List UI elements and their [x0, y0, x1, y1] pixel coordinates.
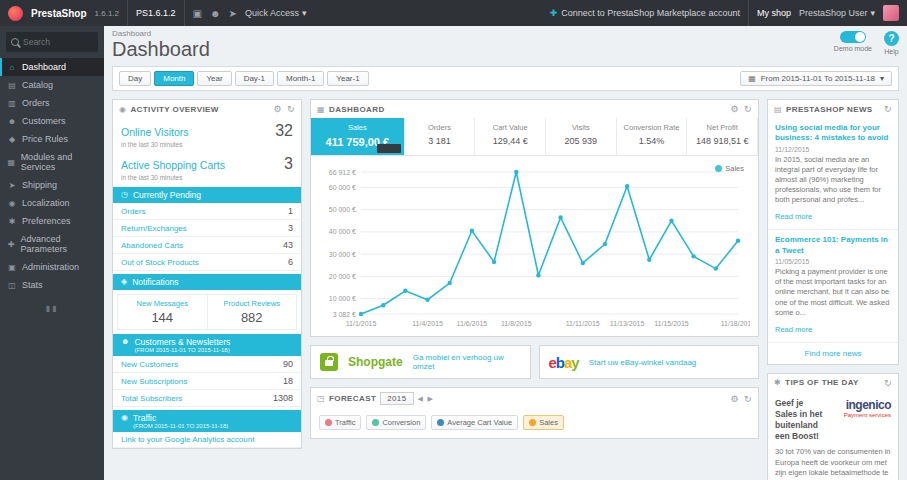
metric-tab-visits[interactable]: Visits 205 939 — [546, 118, 617, 155]
sales-tab-dark-badge — [377, 144, 401, 153]
online-visitors-link[interactable]: Online Visitors — [121, 126, 189, 138]
news-title-link[interactable]: Ecommerce 101: Payments in a Tweet — [775, 235, 891, 256]
svg-text:11/8/2015: 11/8/2015 — [501, 320, 532, 327]
page-title: Dashboard — [112, 38, 210, 61]
toggle-switch-icon[interactable] — [840, 31, 866, 43]
people-icon: ☻ — [121, 337, 129, 346]
demo-mode-toggle[interactable]: Demo mode — [834, 31, 872, 55]
sidebar-item-stats[interactable]: ◫ Stats — [0, 276, 104, 294]
ebay-ad[interactable]: ebay Start uw eBay-winkel vandaag — [539, 345, 760, 379]
calendar-icon: ▦ — [748, 74, 756, 83]
sidebar-search[interactable] — [6, 32, 98, 52]
activity-panel-icon: ◉ — [119, 105, 126, 114]
date-filter-bar: Day Month Year Day-1 Month-1 Year-1 ▦ Fr… — [112, 66, 899, 91]
metric-label: Sales — [313, 123, 402, 132]
localization-icon: ◉ — [7, 199, 17, 208]
sidebar-item-shipping[interactable]: ➤ Shipping — [0, 176, 104, 194]
average-cart-value-swatch-icon — [437, 419, 444, 426]
sidebar-item-price-rules[interactable]: ◆ Price Rules — [0, 130, 104, 148]
sidebar-item-advanced-parameters[interactable]: ✚ Advanced Parameters — [0, 230, 104, 258]
forecast-option-label: Traffic — [335, 418, 355, 427]
user-avatar[interactable] — [883, 5, 899, 21]
gear-icon[interactable]: ⚙ — [731, 394, 739, 404]
marketplace-link[interactable]: ✚ Connect to PrestaShop Marketplace acco… — [550, 8, 740, 18]
sidebar-item-customers[interactable]: ☻ Customers — [0, 112, 104, 130]
stats-icon: ◫ — [7, 281, 17, 290]
new-messages-cell[interactable]: New Messages 144 — [118, 295, 207, 329]
ebay-link[interactable]: Start uw eBay-winkel vandaag — [589, 358, 697, 367]
filter-day-button[interactable]: Day — [119, 71, 151, 86]
date-range-picker[interactable]: ▦ From 2015-11-01 To 2015-11-18 ▾ — [740, 71, 892, 86]
metric-tab-conversion-rate[interactable]: Conversion Rate 1.54% — [617, 118, 688, 155]
filter-year-button[interactable]: Year — [197, 71, 231, 86]
refresh-icon[interactable]: ↻ — [744, 104, 752, 114]
google-analytics-link[interactable]: Link to your Google Analytics account — [121, 435, 254, 444]
active-carts-link[interactable]: Active Shopping Carts — [121, 159, 225, 171]
filter-year-1-button[interactable]: Year-1 — [327, 71, 368, 86]
abandoned-carts-link[interactable]: Abandoned Carts — [121, 241, 183, 250]
sidebar-item-preferences[interactable]: ✱ Preferences — [0, 212, 104, 230]
shopgate-ad[interactable]: Shopgate Ga mobiel en verhoog uw omzet — [310, 345, 531, 379]
gear-icon[interactable]: ⚙ — [731, 104, 739, 114]
date-range-label: From 2015-11-01 To 2015-11-18 — [761, 74, 875, 83]
forecast-option-conversion[interactable]: Conversion — [366, 415, 426, 430]
messages-notification-icon[interactable]: ➤ — [229, 8, 237, 19]
help-button[interactable]: ? Help — [884, 31, 899, 55]
sidebar-item-orders[interactable]: ▥ Orders — [0, 94, 104, 112]
chart-legend[interactable]: Sales — [715, 164, 744, 173]
metric-tab-net-profit[interactable]: Net Profit 148 918,51 € — [687, 118, 758, 155]
customers-notification-icon[interactable]: ☻ — [210, 8, 221, 19]
metric-tab-orders[interactable]: Orders 3 181 — [405, 118, 476, 155]
metric-tab-sales[interactable]: Sales 411 759,00 € — [311, 118, 405, 155]
metric-tabs: Sales 411 759,00 € Orders 3 181 Cart Val… — [311, 118, 758, 156]
active-carts-sub: in the last 30 minutes — [121, 174, 225, 181]
filter-day-1-button[interactable]: Day-1 — [235, 71, 274, 86]
metric-tab-cart-value[interactable]: Cart Value 129,44 € — [475, 118, 546, 155]
sidebar-item-catalog[interactable]: ▤ Catalog — [0, 76, 104, 94]
news-title-link[interactable]: Using social media for your business: 4 … — [775, 123, 891, 144]
shopgate-link[interactable]: Ga mobiel en verhoog uw omzet — [413, 353, 521, 371]
filter-month-button[interactable]: Month — [154, 71, 194, 86]
svg-text:50 000 €: 50 000 € — [329, 206, 356, 213]
sidebar-item-modules[interactable]: ▦ Modules and Services — [0, 148, 104, 176]
read-more-link[interactable]: Read more — [775, 325, 812, 334]
forecast-option-traffic[interactable]: Traffic — [319, 415, 361, 430]
product-reviews-cell[interactable]: Product Reviews 882 — [207, 295, 297, 329]
gear-icon[interactable]: ⚙ — [274, 104, 282, 114]
read-more-link[interactable]: Read more — [775, 212, 812, 221]
refresh-icon[interactable]: ↻ — [287, 104, 295, 114]
pending-orders-link[interactable]: Orders — [121, 207, 145, 216]
search-input[interactable] — [23, 37, 87, 47]
sidebar-item-administration[interactable]: ▣ Administration — [0, 258, 104, 276]
filter-month-1-button[interactable]: Month-1 — [277, 71, 324, 86]
abandoned-carts-value: 43 — [283, 240, 293, 250]
total-subscribers-link[interactable]: Total Subscribers — [121, 394, 182, 403]
refresh-icon[interactable]: ↻ — [744, 394, 752, 404]
refresh-icon[interactable]: ↻ — [884, 378, 892, 388]
forecast-legend: Traffic Conversion Average Cart Value Sa… — [311, 409, 758, 438]
pending-returns-link[interactable]: Return/Exchanges — [121, 224, 187, 233]
brand-name: PrestaShop — [31, 8, 87, 19]
new-customers-link[interactable]: New Customers — [121, 360, 178, 369]
find-more-news-link[interactable]: Find more news — [768, 343, 898, 364]
forecast-option-average-cart-value[interactable]: Average Cart Value — [431, 415, 518, 430]
new-subscriptions-link[interactable]: New Subscriptions — [121, 377, 187, 386]
user-menu[interactable]: PrestaShop User ▾ — [799, 8, 875, 18]
total-subscribers-value: 1308 — [273, 393, 293, 403]
next-year-icon[interactable]: ▶ — [427, 395, 433, 403]
forecast-year-select[interactable]: 2015 — [380, 392, 413, 405]
new-customers-value: 90 — [283, 359, 293, 369]
orders-notification-icon[interactable]: ▣ — [193, 8, 202, 19]
out-of-stock-link[interactable]: Out of Stock Products — [121, 258, 199, 267]
sidebar-collapse-button[interactable]: ▮▮ — [0, 304, 104, 313]
sidebar-item-dashboard[interactable]: ⌂ Dashboard — [0, 58, 104, 76]
my-shop-link[interactable]: My shop — [748, 0, 791, 26]
forecast-option-sales[interactable]: Sales — [523, 415, 564, 430]
previous-year-icon[interactable]: ◀ — [418, 395, 424, 403]
chevron-down-icon: ▾ — [870, 8, 875, 18]
sidebar-item-localization[interactable]: ◉ Localization — [0, 194, 104, 212]
quick-access-menu[interactable]: Quick Access ▾ — [245, 8, 307, 18]
refresh-icon[interactable]: ↻ — [884, 104, 892, 114]
help-icon[interactable]: ? — [884, 31, 899, 46]
shop-name-link[interactable]: PS1.6.1.2 — [127, 0, 185, 26]
